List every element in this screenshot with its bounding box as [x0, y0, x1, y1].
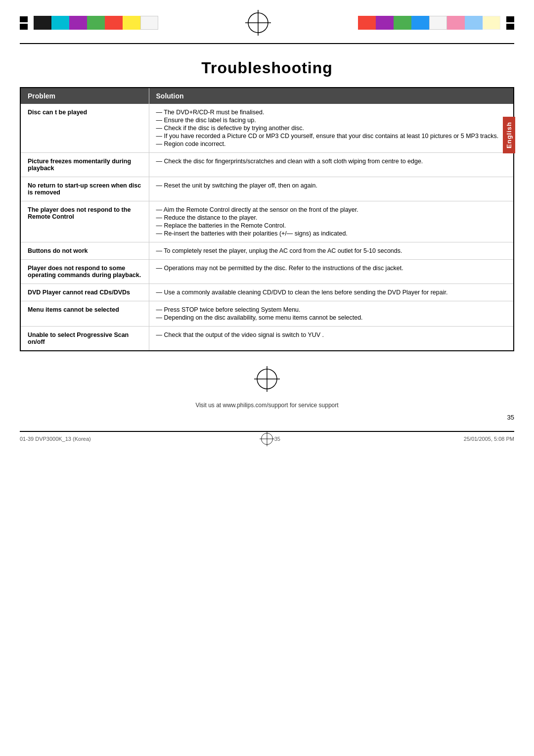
problem-cell: Player does not respond to some operatin… — [20, 260, 149, 284]
page-title: Troubleshooting — [20, 59, 514, 77]
footer-date: 25/01/2005, 5:08 PM — [464, 436, 514, 442]
footer-url: Visit us at www.philips.com/support for … — [195, 402, 338, 409]
problem-cell: DVD Player cannot read CDs/DVDs — [20, 284, 149, 301]
footer-page-center: 35 — [274, 436, 280, 442]
table-row: Buttons do not work— To completely reset… — [20, 242, 514, 260]
solution-header: Solution — [149, 88, 514, 104]
solution-cell: — Check the disc for fingerprints/scratc… — [149, 153, 514, 177]
crosshair-icon — [245, 10, 271, 36]
solution-cell: — Operations may not be permitted by the… — [149, 260, 514, 284]
solution-cell: — To completely reset the player, unplug… — [149, 242, 514, 260]
page-wrapper: Troubleshooting English Problem Solution… — [0, 0, 534, 756]
table-row: Player does not respond to some operatin… — [20, 260, 514, 284]
problem-header: Problem — [20, 88, 149, 104]
problem-cell: No return to start-up screen when disc i… — [20, 177, 149, 201]
problem-cell: Picture freezes momentarily during playb… — [20, 153, 149, 177]
solution-cell: — Press STOP twice before selecting Syst… — [149, 301, 514, 327]
solution-cell: — Reset the unit by switching the player… — [149, 177, 514, 201]
problem-cell: The player does not respond to the Remot… — [20, 201, 149, 242]
problem-cell: Unable to select Progressive Scan on/off — [20, 327, 149, 351]
table-row: Disc can t be played— The DVD+R/CD-R mus… — [20, 104, 514, 153]
main-content: English Problem Solution Disc can t be p… — [20, 87, 514, 351]
table-row: The player does not respond to the Remot… — [20, 201, 514, 242]
top-registration-section — [0, 0, 534, 38]
footer-crosshair-icon — [260, 431, 274, 446]
page-number-right: 35 — [0, 414, 534, 426]
problem-cell: Buttons do not work — [20, 242, 149, 260]
solution-cell: — Use a commonly available cleaning CD/D… — [149, 284, 514, 301]
page-title-section: Troubleshooting — [0, 44, 534, 87]
problem-cell: Disc can t be played — [20, 104, 149, 153]
bottom-crosshair-icon — [254, 366, 280, 392]
table-header-row: Problem Solution — [20, 88, 514, 104]
solution-cell: — Check that the output of the video sig… — [149, 327, 514, 351]
problem-cell: Menu items cannot be selected — [20, 301, 149, 327]
footer-visit-text: Visit us at www.philips.com/support for … — [0, 397, 534, 414]
footer-info: 01-39 DVP3000K_13 (Korea) 35 25/01/2005,… — [0, 432, 534, 446]
table-row: Picture freezes momentarily during playb… — [20, 153, 514, 177]
troubleshoot-table: Problem Solution Disc can t be played— T… — [20, 87, 514, 351]
solution-cell: — The DVD+R/CD-R must be finalised.— Ens… — [149, 104, 514, 153]
bottom-section — [20, 351, 514, 397]
table-row: Unable to select Progressive Scan on/off… — [20, 327, 514, 351]
footer-doc-code: 01-39 DVP3000K_13 (Korea) — [20, 436, 91, 442]
solution-cell: — Aim the Remote Control directly at the… — [149, 201, 514, 242]
table-row: No return to start-up screen when disc i… — [20, 177, 514, 201]
language-tab: English — [503, 117, 515, 153]
table-row: Menu items cannot be selected— Press STO… — [20, 301, 514, 327]
table-row: DVD Player cannot read CDs/DVDs— Use a c… — [20, 284, 514, 301]
